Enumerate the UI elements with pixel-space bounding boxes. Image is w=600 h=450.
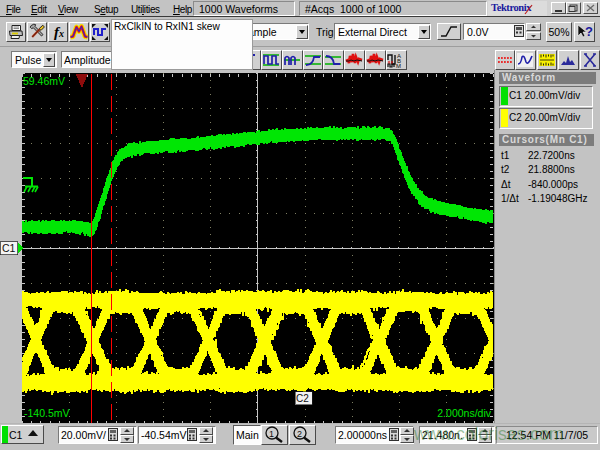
svg-text:59.46mV: 59.46mV bbox=[23, 75, 65, 87]
svg-text:C2: C2 bbox=[296, 393, 309, 404]
svg-text:2: 2 bbox=[297, 429, 302, 439]
svg-text:2.000ns/div: 2.000ns/div bbox=[437, 407, 491, 419]
svg-text:C1: C1 bbox=[2, 242, 16, 254]
svg-text:-140.5mV: -140.5mV bbox=[24, 407, 70, 419]
svg-text:1: 1 bbox=[269, 429, 274, 439]
